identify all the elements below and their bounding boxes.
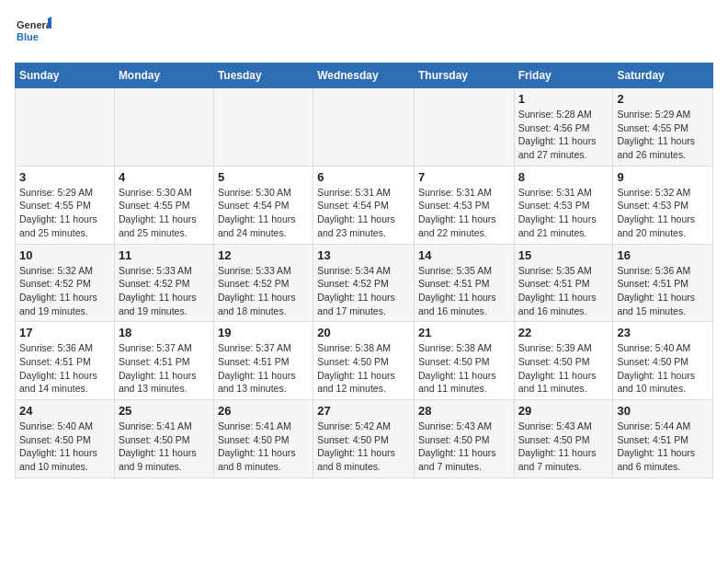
day-cell: 13Sunrise: 5:34 AMSunset: 4:52 PMDayligh… <box>313 244 415 322</box>
day-info: Sunrise: 5:42 AMSunset: 4:50 PMDaylight:… <box>317 419 410 474</box>
day-cell: 1Sunrise: 5:28 AMSunset: 4:56 PMDaylight… <box>514 88 613 167</box>
day-info: Sunrise: 5:35 AMSunset: 4:51 PMDaylight:… <box>418 264 510 318</box>
day-info: Sunrise: 5:32 AMSunset: 4:52 PMDaylight:… <box>19 264 110 318</box>
col-header-friday: Friday <box>514 63 613 88</box>
day-number: 7 <box>418 170 510 184</box>
day-number: 18 <box>119 326 210 339</box>
day-number: 14 <box>418 248 510 262</box>
day-info: Sunrise: 5:39 AMSunset: 4:50 PMDaylight:… <box>518 341 609 396</box>
svg-text:Blue: Blue <box>17 31 39 42</box>
logo: General Blue <box>15 15 51 52</box>
day-cell: 15Sunrise: 5:35 AMSunset: 4:51 PMDayligh… <box>514 244 613 322</box>
day-cell: 19Sunrise: 5:37 AMSunset: 4:51 PMDayligh… <box>213 322 313 400</box>
day-info: Sunrise: 5:44 AMSunset: 4:51 PMDaylight:… <box>617 419 709 474</box>
day-info: Sunrise: 5:29 AMSunset: 4:55 PMDaylight:… <box>617 108 709 162</box>
day-info: Sunrise: 5:28 AMSunset: 4:56 PMDaylight:… <box>518 108 609 162</box>
day-info: Sunrise: 5:43 AMSunset: 4:50 PMDaylight:… <box>418 419 510 474</box>
day-number: 4 <box>119 170 210 184</box>
day-info: Sunrise: 5:29 AMSunset: 4:55 PMDaylight:… <box>19 186 110 240</box>
day-cell <box>114 88 213 167</box>
week-row-1: 1Sunrise: 5:28 AMSunset: 4:56 PMDaylight… <box>16 88 713 167</box>
day-cell: 6Sunrise: 5:31 AMSunset: 4:54 PMDaylight… <box>313 166 415 244</box>
day-cell: 11Sunrise: 5:33 AMSunset: 4:52 PMDayligh… <box>114 244 213 322</box>
day-number: 9 <box>617 170 709 184</box>
col-header-wednesday: Wednesday <box>313 63 415 88</box>
day-info: Sunrise: 5:43 AMSunset: 4:50 PMDaylight:… <box>518 419 609 474</box>
day-number: 17 <box>19 326 110 339</box>
svg-marker-2 <box>48 17 51 28</box>
day-cell: 7Sunrise: 5:31 AMSunset: 4:53 PMDaylight… <box>414 166 514 244</box>
day-info: Sunrise: 5:40 AMSunset: 4:50 PMDaylight:… <box>617 341 709 396</box>
logo-svg: General Blue <box>15 15 51 52</box>
page-header: General Blue <box>15 15 713 52</box>
day-cell: 9Sunrise: 5:32 AMSunset: 4:53 PMDaylight… <box>613 166 713 244</box>
day-number: 15 <box>518 248 609 262</box>
day-cell: 17Sunrise: 5:36 AMSunset: 4:51 PMDayligh… <box>16 322 115 400</box>
day-info: Sunrise: 5:37 AMSunset: 4:51 PMDaylight:… <box>218 341 309 396</box>
column-headers: SundayMondayTuesdayWednesdayThursdayFrid… <box>16 63 713 88</box>
col-header-monday: Monday <box>114 63 213 88</box>
col-header-thursday: Thursday <box>414 63 514 88</box>
day-cell <box>16 88 115 167</box>
day-cell: 20Sunrise: 5:38 AMSunset: 4:50 PMDayligh… <box>313 322 415 400</box>
day-number: 20 <box>317 326 410 339</box>
day-number: 5 <box>218 170 309 184</box>
day-cell: 25Sunrise: 5:41 AMSunset: 4:50 PMDayligh… <box>114 400 213 478</box>
day-cell: 29Sunrise: 5:43 AMSunset: 4:50 PMDayligh… <box>514 400 613 478</box>
day-cell: 21Sunrise: 5:38 AMSunset: 4:50 PMDayligh… <box>414 322 514 400</box>
day-info: Sunrise: 5:38 AMSunset: 4:50 PMDaylight:… <box>317 341 410 396</box>
day-info: Sunrise: 5:32 AMSunset: 4:53 PMDaylight:… <box>617 186 709 240</box>
day-number: 8 <box>518 170 609 184</box>
day-info: Sunrise: 5:33 AMSunset: 4:52 PMDaylight:… <box>119 264 210 318</box>
day-cell: 16Sunrise: 5:36 AMSunset: 4:51 PMDayligh… <box>613 244 713 322</box>
day-number: 1 <box>518 92 609 106</box>
day-info: Sunrise: 5:31 AMSunset: 4:53 PMDaylight:… <box>418 186 510 240</box>
day-number: 21 <box>418 326 510 339</box>
day-info: Sunrise: 5:34 AMSunset: 4:52 PMDaylight:… <box>317 264 410 318</box>
day-cell: 22Sunrise: 5:39 AMSunset: 4:50 PMDayligh… <box>514 322 613 400</box>
day-cell <box>213 88 313 167</box>
day-info: Sunrise: 5:40 AMSunset: 4:50 PMDaylight:… <box>19 419 110 474</box>
day-number: 25 <box>119 404 210 418</box>
day-number: 24 <box>19 404 110 418</box>
day-number: 22 <box>518 326 609 339</box>
day-number: 29 <box>518 404 609 418</box>
calendar-table: SundayMondayTuesdayWednesdayThursdayFrid… <box>15 63 713 478</box>
day-info: Sunrise: 5:37 AMSunset: 4:51 PMDaylight:… <box>119 341 210 396</box>
day-info: Sunrise: 5:36 AMSunset: 4:51 PMDaylight:… <box>617 264 709 318</box>
day-number: 13 <box>317 248 410 262</box>
day-info: Sunrise: 5:31 AMSunset: 4:54 PMDaylight:… <box>317 186 410 240</box>
day-cell: 12Sunrise: 5:33 AMSunset: 4:52 PMDayligh… <box>213 244 313 322</box>
col-header-tuesday: Tuesday <box>213 63 313 88</box>
day-number: 3 <box>19 170 110 184</box>
day-info: Sunrise: 5:38 AMSunset: 4:50 PMDaylight:… <box>418 341 510 396</box>
week-row-5: 24Sunrise: 5:40 AMSunset: 4:50 PMDayligh… <box>16 400 713 478</box>
week-row-2: 3Sunrise: 5:29 AMSunset: 4:55 PMDaylight… <box>16 166 713 244</box>
day-number: 2 <box>617 92 709 106</box>
week-row-4: 17Sunrise: 5:36 AMSunset: 4:51 PMDayligh… <box>16 322 713 400</box>
day-number: 16 <box>617 248 709 262</box>
day-cell: 5Sunrise: 5:30 AMSunset: 4:54 PMDaylight… <box>213 166 313 244</box>
day-cell: 24Sunrise: 5:40 AMSunset: 4:50 PMDayligh… <box>16 400 115 478</box>
day-number: 19 <box>218 326 309 339</box>
day-cell: 8Sunrise: 5:31 AMSunset: 4:53 PMDaylight… <box>514 166 613 244</box>
day-cell: 14Sunrise: 5:35 AMSunset: 4:51 PMDayligh… <box>414 244 514 322</box>
day-info: Sunrise: 5:41 AMSunset: 4:50 PMDaylight:… <box>218 419 309 474</box>
day-info: Sunrise: 5:33 AMSunset: 4:52 PMDaylight:… <box>218 264 309 318</box>
day-cell: 4Sunrise: 5:30 AMSunset: 4:55 PMDaylight… <box>114 166 213 244</box>
day-cell <box>414 88 514 167</box>
day-info: Sunrise: 5:35 AMSunset: 4:51 PMDaylight:… <box>518 264 609 318</box>
day-number: 10 <box>19 248 110 262</box>
day-cell: 23Sunrise: 5:40 AMSunset: 4:50 PMDayligh… <box>613 322 713 400</box>
week-row-3: 10Sunrise: 5:32 AMSunset: 4:52 PMDayligh… <box>16 244 713 322</box>
day-number: 6 <box>317 170 410 184</box>
day-number: 11 <box>119 248 210 262</box>
svg-text:General: General <box>17 19 51 30</box>
col-header-saturday: Saturday <box>613 63 713 88</box>
day-cell: 2Sunrise: 5:29 AMSunset: 4:55 PMDaylight… <box>613 88 713 167</box>
day-info: Sunrise: 5:36 AMSunset: 4:51 PMDaylight:… <box>19 341 110 396</box>
day-cell: 28Sunrise: 5:43 AMSunset: 4:50 PMDayligh… <box>414 400 514 478</box>
day-info: Sunrise: 5:30 AMSunset: 4:54 PMDaylight:… <box>218 186 309 240</box>
day-info: Sunrise: 5:41 AMSunset: 4:50 PMDaylight:… <box>119 419 210 474</box>
day-number: 23 <box>617 326 709 339</box>
